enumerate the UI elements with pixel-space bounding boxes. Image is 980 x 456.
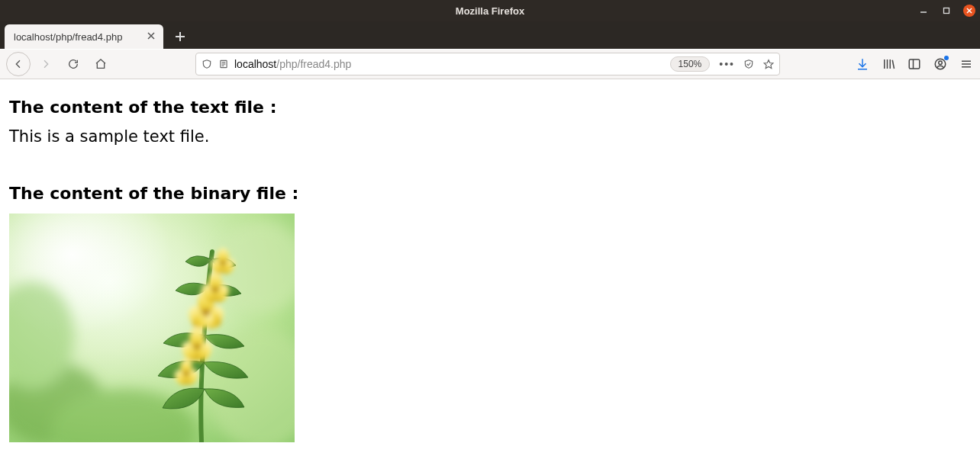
tab-title: localhost/php/fread4.php — [14, 31, 139, 43]
nav-toolbar: localhost/php/fread4.php 150% ••• — [0, 49, 980, 79]
browser-tab[interactable]: localhost/php/fread4.php — [5, 24, 163, 49]
svg-point-46 — [212, 287, 218, 293]
hamburger-menu-icon[interactable] — [959, 56, 974, 72]
svg-point-50 — [221, 261, 226, 266]
address-bar[interactable]: localhost/php/fread4.php 150% ••• — [195, 53, 780, 75]
svg-marker-12 — [764, 59, 773, 68]
shield-icon[interactable] — [201, 58, 213, 70]
reader-mode-icon[interactable] — [743, 58, 755, 70]
tab-close-button[interactable] — [147, 31, 156, 42]
zoom-level-badge[interactable]: 150% — [670, 56, 711, 72]
tab-strip: localhost/php/fread4.php — [0, 21, 980, 49]
svg-point-54 — [184, 371, 189, 377]
page-actions-button[interactable]: ••• — [719, 58, 735, 70]
window-maximize-button[interactable] — [940, 5, 953, 17]
window-title: Mozilla Firefox — [456, 5, 524, 17]
svg-rect-1 — [944, 8, 949, 14]
svg-point-22 — [939, 60, 943, 64]
account-icon[interactable] — [933, 56, 948, 72]
library-icon[interactable] — [881, 56, 896, 72]
text-file-heading: The content of the text file : — [9, 98, 971, 117]
svg-rect-19 — [909, 59, 920, 69]
url-host: localhost — [234, 58, 276, 70]
svg-line-18 — [892, 59, 894, 68]
home-button[interactable] — [89, 52, 113, 76]
binary-file-image — [9, 214, 295, 442]
svg-point-38 — [202, 309, 210, 316]
sidebar-icon[interactable] — [907, 56, 922, 72]
page-content: The content of the text file : This is a… — [0, 79, 980, 456]
back-button[interactable] — [6, 52, 31, 76]
url-path: /php/fread4.php — [276, 58, 351, 70]
new-tab-button[interactable] — [168, 24, 192, 49]
text-file-output: This is a sample text file. — [9, 127, 971, 146]
window-minimize-button[interactable] — [917, 5, 930, 17]
svg-point-42 — [194, 344, 200, 350]
url-text: localhost/php/fread4.php — [234, 58, 666, 70]
downloads-icon[interactable] — [855, 56, 870, 72]
bookmark-star-icon[interactable] — [762, 58, 775, 70]
reload-button[interactable] — [61, 52, 85, 76]
window-titlebar: Mozilla Firefox — [0, 0, 980, 21]
binary-file-heading: The content of the binary file : — [9, 184, 971, 203]
window-close-button[interactable] — [963, 5, 975, 17]
page-info-icon[interactable] — [218, 58, 230, 70]
forward-button[interactable] — [34, 52, 58, 76]
